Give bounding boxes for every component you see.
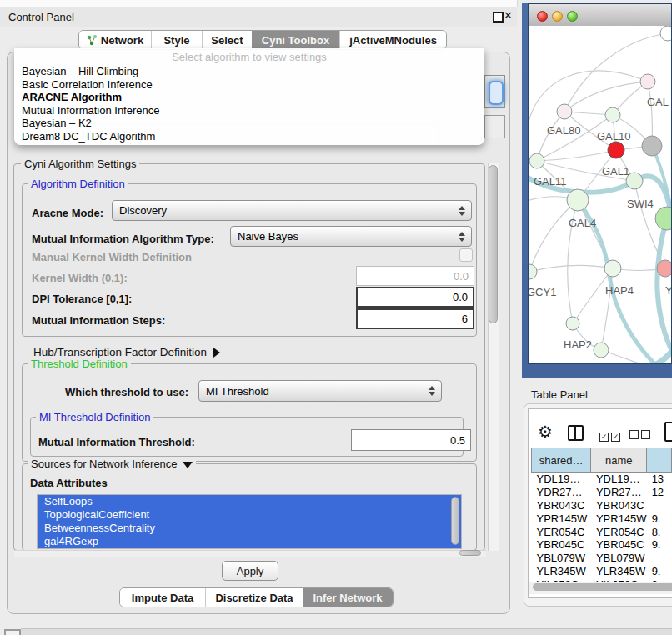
attribute-list-item[interactable]: gal4RGexp xyxy=(38,535,461,548)
table-cell: YBR045C xyxy=(591,538,647,552)
mi-threshold-input[interactable]: 0.5 xyxy=(351,429,471,451)
tab-network[interactable]: Network xyxy=(79,31,151,49)
tab-discretize-data[interactable]: Discretize Data xyxy=(205,588,303,607)
apply-button[interactable]: Apply xyxy=(222,561,278,581)
network-node-HAP2[interactable] xyxy=(566,317,579,330)
network-edge[interactable] xyxy=(537,150,616,161)
network-node-GAL80[interactable] xyxy=(557,104,572,119)
algorithm-option[interactable]: Basic Correlation Inference xyxy=(14,78,484,92)
column-header[interactable]: name xyxy=(591,448,647,472)
algorithm-option[interactable]: Dream8 DC_TDC Algorithm xyxy=(14,130,484,143)
network-canvas[interactable]: GALGAL80GAL10GAL1GAL11SWI4GAL4GCY1HAP4YH… xyxy=(529,26,671,363)
aracne-mode-select[interactable]: Discovery xyxy=(112,200,472,221)
sources-group-title-label: Sources for Network Inference xyxy=(31,458,178,470)
network-node-node-top[interactable] xyxy=(660,26,671,41)
float-window-icon[interactable] xyxy=(493,12,504,22)
network-icon xyxy=(87,35,98,46)
mac-zoom-button[interactable] xyxy=(567,11,578,22)
network-window[interactable]: GALGAL80GAL10GAL1GAL11SWI4GAL4GCY1HAP4YH… xyxy=(528,3,672,364)
network-node-GAL1[interactable] xyxy=(608,142,624,158)
mi-algorithm-type-label: Mutual Information Algorithm Type: xyxy=(32,232,214,245)
attribute-list-item[interactable]: BetweennessCentrality xyxy=(38,522,461,535)
kernel-width-input[interactable]: 0.0 xyxy=(356,266,474,286)
data-attributes-list[interactable]: SelfLoopsTopologicalCoefficientBetweenne… xyxy=(37,494,462,549)
table-row[interactable]: YBL079WYBL079W xyxy=(532,552,672,565)
algorithm-option[interactable]: Mutual Information Inference xyxy=(14,104,484,118)
network-edge[interactable] xyxy=(529,71,648,130)
network-edge[interactable] xyxy=(564,82,648,112)
node-label: GAL10 xyxy=(597,130,630,142)
which-threshold-select[interactable]: MI Threshold xyxy=(198,380,442,402)
network-node-node-green-bottom[interactable] xyxy=(594,342,609,358)
table-cell: YER054C xyxy=(591,525,647,538)
table-cell: YBL079W xyxy=(591,552,647,565)
table-cell: 12 xyxy=(647,486,672,499)
table-row[interactable]: YBR043CYBR043C xyxy=(532,499,672,512)
document-icon[interactable] xyxy=(664,422,672,442)
focused-spinner-button[interactable] xyxy=(489,81,504,105)
network-node-node-gray[interactable] xyxy=(642,136,662,156)
manual-kernel-width-label: Manual Kernel Width Definition xyxy=(32,251,192,263)
select-all-icon[interactable]: ✓✓ xyxy=(599,428,620,442)
table-row[interactable]: YPR145WYPR145W9. xyxy=(532,512,672,525)
table-cell: YPR145W xyxy=(532,512,591,525)
network-node-GAL4[interactable] xyxy=(567,189,589,211)
network-node-node-salmon[interactable] xyxy=(657,260,671,277)
select-none-icon[interactable] xyxy=(629,428,650,442)
dpi-tolerance-input[interactable]: 0.0 xyxy=(356,287,474,308)
network-window-titlebar[interactable] xyxy=(529,4,671,27)
network-node-HAP4[interactable] xyxy=(604,260,621,277)
algorithm-option[interactable]: ARACNE Algorithm xyxy=(14,91,484,104)
attribute-list-item[interactable]: TopologicalCoefficient xyxy=(38,508,461,522)
network-node-GCY1[interactable] xyxy=(529,264,537,279)
settings-gear-icon[interactable]: ⚙ xyxy=(538,422,553,442)
network-node-GAL10[interactable] xyxy=(605,108,620,122)
attribute-list-item[interactable]: SelfLoops xyxy=(38,495,461,508)
node-table-grid[interactable]: shared…name YDL19…YDL19…13YDR27…YDR27…12… xyxy=(531,448,672,591)
attributes-scrollbar-thumb[interactable] xyxy=(451,497,459,545)
settings-hscrollbar[interactable] xyxy=(14,550,486,557)
which-threshold-value: MI Threshold xyxy=(206,385,269,398)
close-icon[interactable]: ✕ xyxy=(504,9,513,22)
mi-steps-label: Mutual Information Steps: xyxy=(32,314,165,327)
tab-select[interactable]: Select xyxy=(202,31,252,49)
node-label: Y xyxy=(665,284,671,297)
column-header[interactable] xyxy=(647,448,672,472)
tab-jactivemnodules[interactable]: jActiveMNodules xyxy=(339,31,446,49)
sources-group-title[interactable]: Sources for Network Inference xyxy=(28,458,196,470)
network-edge[interactable] xyxy=(529,265,613,272)
tab-infer-network[interactable]: Infer Network xyxy=(303,588,393,607)
tab-cyni-toolbox[interactable]: Cyni Toolbox xyxy=(252,31,339,49)
mi-algorithm-type-select[interactable]: Naive Bayes xyxy=(230,226,472,247)
settings-scrollbar-thumb[interactable] xyxy=(489,165,498,323)
mac-minimize-button[interactable] xyxy=(552,11,563,22)
tab-style-label: Style xyxy=(163,34,189,47)
algorithm-option[interactable]: Bayesian – Hill Climbing xyxy=(14,65,484,78)
table-cell: YDL19… xyxy=(591,472,647,486)
column-header[interactable]: shared… xyxy=(532,448,591,472)
table-row[interactable]: YER054CYER054C8. xyxy=(532,525,672,538)
manual-kernel-width-checkbox[interactable] xyxy=(459,248,473,262)
tab-style[interactable]: Style xyxy=(151,31,202,49)
mi-steps-input[interactable]: 6 xyxy=(356,308,474,329)
split-columns-icon[interactable] xyxy=(568,425,584,441)
network-graph: GALGAL80GAL10GAL1GAL11SWI4GAL4GCY1HAP4YH… xyxy=(529,26,671,363)
table-row[interactable]: YDL19…YDL19…13 xyxy=(532,472,672,486)
settings-group-title: Cyni Algorithm Settings xyxy=(21,158,139,170)
hub-definition-expander[interactable]: Hub/Transcription Factor Definition xyxy=(33,346,220,358)
node-label: GAL4 xyxy=(569,217,596,229)
settings-hscrollbar-thumb[interactable] xyxy=(459,550,481,556)
algorithm-option[interactable]: Bayesian – K2 xyxy=(14,117,484,130)
table-row[interactable]: YLR345WYLR345W9. xyxy=(532,565,672,578)
network-node-node-big-green[interactable] xyxy=(655,207,671,230)
network-node-node-pink-top[interactable] xyxy=(640,74,655,89)
tab-impute-data[interactable]: Impute Data xyxy=(120,588,205,607)
table-hscrollbar-thumb[interactable] xyxy=(533,583,672,591)
table-row[interactable]: YBR045CYBR045C9. xyxy=(532,538,672,552)
network-node-GAL11[interactable] xyxy=(529,153,544,168)
table-row[interactable]: YDR27…YDR27…12 xyxy=(532,486,672,499)
table-cell: 8. xyxy=(647,525,672,538)
table-cell: 9. xyxy=(647,565,672,578)
minimized-panel-icon[interactable] xyxy=(4,629,21,635)
mac-close-button[interactable] xyxy=(537,11,548,22)
